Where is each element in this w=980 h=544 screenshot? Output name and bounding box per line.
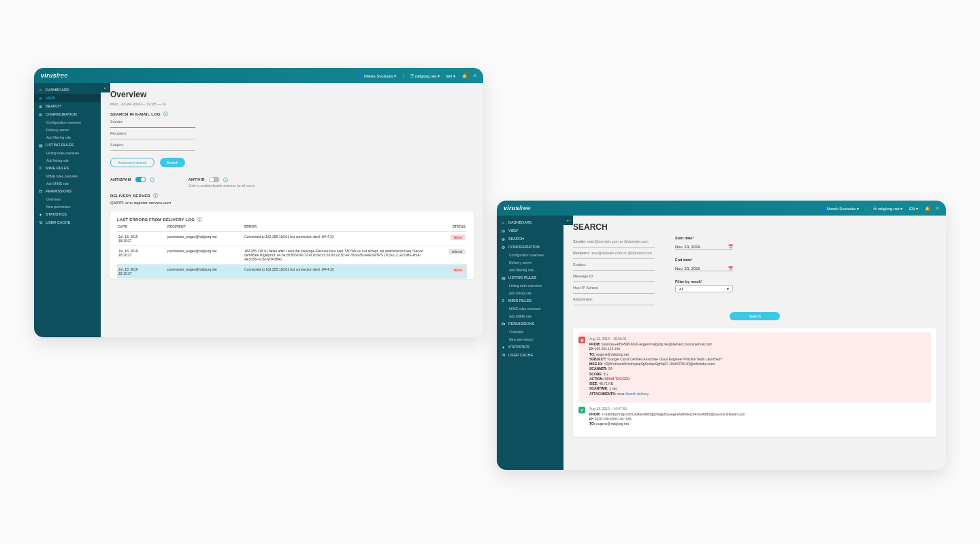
nav-dashboard[interactable]: ⌂DASHBOARD: [34, 86, 101, 94]
nav-add-listing-rule[interactable]: Add listing rule: [34, 156, 101, 164]
result-row[interactable]: ✖ Aug 13. 2019 – 15:06:01 FROM: bounces+…: [578, 333, 931, 403]
sender-field[interactable]: Sender:: [110, 120, 195, 128]
cache-icon: ⧉: [38, 220, 43, 225]
table-row[interactable]: Jul, 18. 201918:10:27 postmaster_eugen@r…: [117, 265, 467, 279]
info-icon[interactable]: i: [150, 177, 154, 182]
nav-perm-new[interactable]: New permission: [497, 335, 564, 343]
nav-config-overview[interactable]: Configuration overview: [34, 118, 101, 126]
chart-icon: ✦: [501, 345, 506, 350]
logout-icon[interactable]: ⎋: [474, 73, 476, 78]
recipient-label: Recipient:: [110, 131, 195, 135]
attachment-field[interactable]: Attachment:: [573, 297, 655, 305]
message-id-field[interactable]: Message ID:: [573, 274, 655, 282]
delivery-server-heading: DELIVERY SERVER i: [110, 193, 474, 198]
nav-add-mime-rule[interactable]: Add MIME rule: [497, 312, 564, 320]
col-recipient: RECIPIENT: [166, 222, 243, 232]
calendar-icon: 📅: [728, 244, 733, 249]
nav-perm-overview[interactable]: Overview: [34, 195, 101, 203]
nav-view[interactable]: ✉VIEW: [497, 226, 564, 235]
spam-icon: ✖: [578, 337, 585, 343]
nav-dashboard[interactable]: ⌂DASHBOARD: [497, 218, 564, 226]
nav-add-filter-rule[interactable]: Add filtering rule: [497, 266, 564, 273]
collapse-sidebar-icon[interactable]: ←: [101, 83, 110, 92]
overview-window: virusfree 👤 Marek Svoboda ▾ | ☰ railglor…: [34, 68, 483, 337]
nav-config-overview[interactable]: Configuration overview: [497, 251, 564, 258]
search-delivery-link[interactable]: Search delivery: [625, 392, 649, 396]
nav-configuration[interactable]: ⚙CONFIGURATION: [34, 110, 101, 118]
recipient-field[interactable]: Recipient: user@domain.com or @domain.co…: [573, 251, 655, 259]
sender-field[interactable]: Sender: user@domain.com or @domain.com: [573, 239, 655, 248]
nav-listing-overview[interactable]: Listing rules overview: [497, 282, 564, 289]
user-menu[interactable]: 👤 Marek Svoboda ▾: [821, 206, 858, 211]
end-date-label: End date*: [675, 258, 733, 262]
collapse-sidebar-icon[interactable]: ←: [564, 216, 573, 225]
nav-perm-new[interactable]: New permission: [34, 203, 101, 210]
filter-select[interactable]: All▾: [675, 285, 733, 292]
home-icon: ⌂: [501, 220, 506, 225]
nav-mime-rules[interactable]: ≡MIME RULES: [34, 164, 101, 172]
result-row[interactable]: ✔ Aug 13. 2019 – 14:47:59 FROM: m-3db0ep…: [578, 403, 931, 432]
antivir-label: ANTIVIR: [189, 177, 205, 182]
nav-add-filter-rule[interactable]: Add filtering rule: [34, 133, 101, 141]
subject-field[interactable]: Subject:: [110, 143, 195, 151]
home-icon: ⌂: [38, 88, 43, 92]
brand-logo: virusfree: [504, 205, 531, 211]
info-icon[interactable]: i: [223, 177, 228, 182]
advanced-search-button[interactable]: Advanced search: [110, 158, 154, 167]
info-icon[interactable]: i: [197, 217, 202, 222]
bell-icon[interactable]: 🔔: [462, 73, 467, 78]
nav-perm-overview[interactable]: Overview: [497, 328, 564, 335]
page-title: Overview: [110, 90, 474, 99]
search-button[interactable]: Search: [730, 312, 779, 320]
topbar: virusfree 👤 Marek Svoboda ▾ | ☰ railglor…: [34, 68, 483, 83]
logout-icon[interactable]: ⎋: [936, 206, 939, 210]
nav-add-mime-rule[interactable]: Add MIME rule: [34, 180, 101, 187]
table-row[interactable]: Jul, 18. 201918:10:27 postmaster_eugen@r…: [117, 232, 467, 246]
nav-statistics[interactable]: ✦STATISTICS: [497, 343, 564, 351]
nav-mime-rules[interactable]: ≡MIME RULES: [497, 296, 564, 305]
nav-search[interactable]: ⊕SEARCH: [497, 235, 564, 243]
subject-field[interactable]: Subject:: [573, 262, 655, 271]
nav-delivery-server[interactable]: Delivery server: [497, 258, 564, 266]
host-ip-field[interactable]: Host IP Adress:: [573, 286, 655, 294]
bell-icon[interactable]: 🔔: [925, 206, 930, 211]
folder-icon: 🗀: [501, 322, 506, 326]
antispam-toggle[interactable]: [135, 177, 146, 182]
subject-label: Subject:: [110, 143, 195, 147]
nav-statistics[interactable]: ✦STATISTICS: [34, 210, 101, 218]
nav-delivery-server[interactable]: Delivery server: [34, 126, 101, 133]
nav-permissions[interactable]: 🗀PERMISSIONS: [34, 187, 101, 195]
recipient-field[interactable]: Recipient:: [110, 131, 195, 139]
mail-icon: ✉: [38, 96, 43, 101]
nav-user-cache[interactable]: ⧉USER CACHE: [34, 218, 101, 226]
end-date-field[interactable]: Nov, 23, 2019📅: [675, 266, 733, 271]
nav-search[interactable]: ⊕SEARCH: [34, 102, 101, 110]
nav-view[interactable]: ✉VIEW: [34, 94, 101, 102]
nav-permissions[interactable]: 🗀PERMISSIONS: [497, 320, 564, 328]
antivir-toggle[interactable]: [209, 177, 219, 182]
info-icon[interactable]: i: [163, 112, 168, 116]
lang-menu[interactable]: EN ▾: [909, 206, 918, 211]
lang-menu[interactable]: EN ▾: [446, 73, 455, 78]
domain-menu[interactable]: ☰ railglorg.net ▾: [410, 73, 440, 78]
results-card: ✖ Aug 13. 2019 – 15:06:01 FROM: bounces+…: [573, 328, 936, 437]
overview-main: Overview Mon, Jul,24 2019 – 13:35 — Is S…: [101, 83, 483, 337]
search-button[interactable]: Search: [160, 158, 185, 167]
nav-mime-overview[interactable]: MIME rules overview: [34, 172, 101, 180]
user-menu[interactable]: 👤 Marek Svoboda ▾: [358, 73, 395, 78]
nav-user-cache[interactable]: ⧉USER CACHE: [497, 351, 564, 359]
table-row[interactable]: Jul, 18. 201918:10:27 postmaster_eugen@r…: [117, 246, 467, 265]
domain-menu[interactable]: ☰ railglorg.net ▾: [873, 206, 902, 211]
brand-logo: virusfree: [41, 72, 68, 79]
chart-icon: ✦: [38, 212, 43, 217]
info-icon[interactable]: i: [153, 193, 158, 198]
nav-listing-rules[interactable]: ▤LISTING RULES: [497, 273, 564, 282]
nav-listing-overview[interactable]: Listing rules overview: [34, 149, 101, 156]
status-badge: failure: [451, 267, 466, 273]
nav-add-listing-rule[interactable]: Add listing rule: [497, 289, 564, 296]
nav-configuration[interactable]: ⚙CONFIGURATION: [497, 243, 564, 251]
nav-mime-overview[interactable]: MIME rules overview: [497, 305, 564, 312]
nav-listing-rules[interactable]: ▤LISTING RULES: [34, 141, 101, 149]
start-date-field[interactable]: Nov, 23, 2019📅: [675, 244, 733, 249]
errors-heading: LAST ERRORS FROM DELIVERY LOG i: [117, 217, 467, 222]
